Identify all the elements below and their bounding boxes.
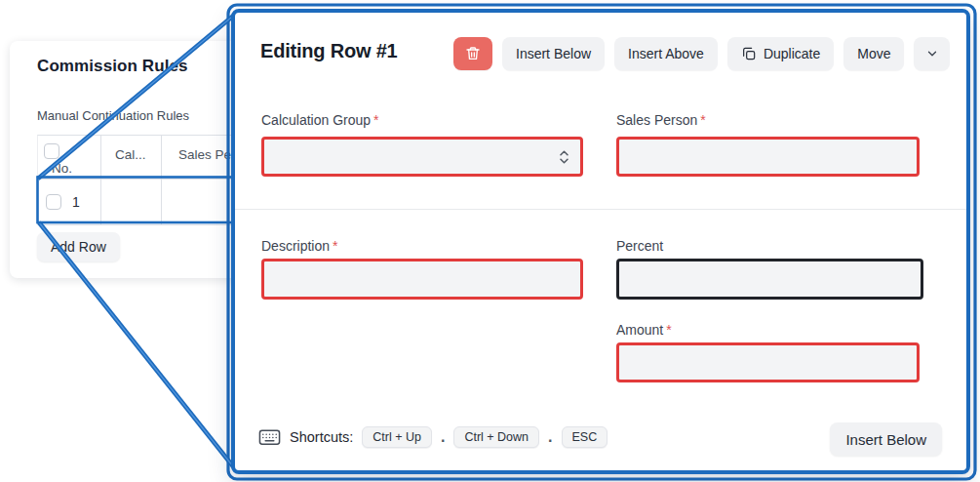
row-editor-panel: Editing Row #1 Insert Below Insert Above…	[231, 9, 970, 474]
insert-below-button[interactable]: Insert Below	[502, 37, 605, 70]
more-actions-button[interactable]	[914, 37, 950, 70]
delete-row-button[interactable]	[453, 37, 492, 70]
description-input[interactable]	[261, 259, 583, 300]
select-all-checkbox[interactable]	[44, 143, 59, 159]
shortcut-separator: .	[441, 428, 445, 446]
commission-rules-card: Commission Rules Manual Continuation Rul…	[10, 41, 254, 278]
shortcut-key-ctrl-up: Ctrl + Up	[362, 426, 432, 448]
shortcut-key-ctrl-down: Ctrl + Down	[453, 426, 539, 448]
trash-icon	[465, 46, 481, 61]
chevron-down-icon	[925, 47, 939, 60]
editor-toolbar: Insert Below Insert Above Duplicate Move	[453, 37, 950, 70]
sales-person-label: Sales Person*	[616, 112, 706, 128]
calculation-group-select[interactable]	[261, 137, 583, 177]
shortcuts-label: Shortcuts:	[290, 429, 353, 445]
row-number: 1	[72, 194, 80, 210]
column-header-calculation: Cal...	[101, 136, 162, 179]
card-subtitle: Manual Continuation Rules	[37, 108, 189, 123]
keyboard-icon	[258, 428, 281, 447]
insert-above-button[interactable]: Insert Above	[614, 37, 718, 70]
card-title: Commission Rules	[37, 57, 188, 76]
header-cell-no: No.	[38, 136, 101, 179]
duplicate-button[interactable]: Duplicate	[727, 37, 834, 70]
rules-table: No. Cal... Sales Pe 1	[37, 135, 255, 225]
sales-person-input[interactable]	[616, 137, 920, 177]
amount-label: Amount*	[616, 322, 672, 338]
row-checkbox[interactable]	[46, 194, 61, 210]
column-header-no: No.	[52, 161, 100, 176]
duplicate-label: Duplicate	[764, 46, 820, 61]
table-header-row: No. Cal... Sales Pe	[38, 136, 255, 180]
calculation-group-label: Calculation Group*	[261, 112, 379, 128]
row-cell-no: 1	[38, 180, 101, 224]
shortcuts-bar: Shortcuts: Ctrl + Up . Ctrl + Down . ESC	[258, 426, 608, 448]
amount-input[interactable]	[616, 342, 920, 382]
shortcut-separator: .	[548, 428, 552, 446]
row-cell-calculation[interactable]	[101, 180, 162, 224]
percent-input[interactable]	[616, 259, 923, 300]
description-label: Description*	[261, 238, 337, 254]
editor-title: Editing Row #1	[260, 40, 398, 62]
duplicate-icon	[741, 46, 757, 61]
screenshot-stage: Commission Rules Manual Continuation Rul…	[0, 0, 980, 482]
section-divider	[235, 209, 966, 210]
move-button[interactable]: Move	[843, 37, 904, 70]
add-row-button[interactable]: Add Row	[37, 232, 120, 261]
select-stepper-icon	[559, 149, 569, 164]
percent-label: Percent	[616, 238, 666, 254]
footer-insert-below-button[interactable]: Insert Below	[830, 422, 942, 456]
table-row[interactable]: 1	[38, 180, 255, 225]
shortcut-key-esc: ESC	[562, 426, 608, 448]
